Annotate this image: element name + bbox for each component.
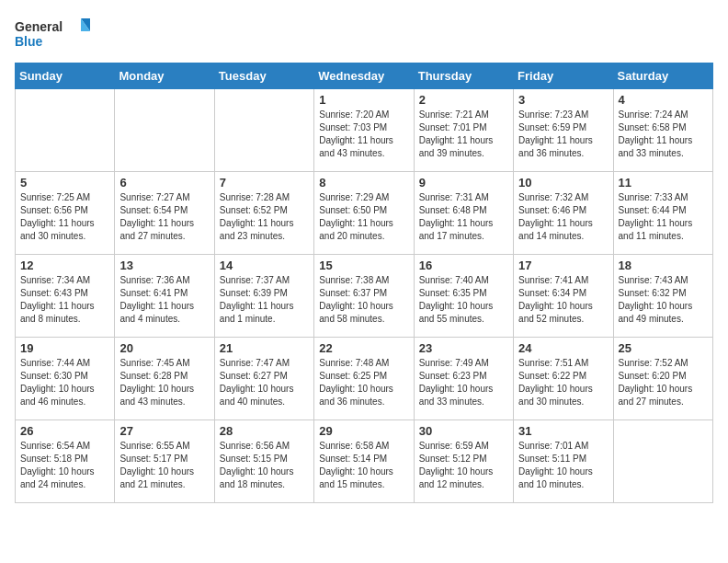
week-row-3: 12Sunrise: 7:34 AM Sunset: 6:43 PM Dayli… bbox=[16, 255, 713, 338]
calendar-cell: 27Sunrise: 6:55 AM Sunset: 5:17 PM Dayli… bbox=[115, 420, 214, 503]
calendar-cell: 16Sunrise: 7:40 AM Sunset: 6:35 PM Dayli… bbox=[414, 255, 513, 338]
col-header-tuesday: Tuesday bbox=[214, 63, 313, 89]
header-row: SundayMondayTuesdayWednesdayThursdayFrid… bbox=[16, 63, 713, 89]
calendar-table: SundayMondayTuesdayWednesdayThursdayFrid… bbox=[15, 63, 713, 503]
calendar-cell bbox=[115, 89, 214, 172]
day-info: Sunrise: 6:58 AM Sunset: 5:14 PM Dayligh… bbox=[319, 440, 408, 491]
col-header-saturday: Saturday bbox=[613, 63, 712, 89]
day-info: Sunrise: 7:47 AM Sunset: 6:27 PM Dayligh… bbox=[220, 357, 309, 408]
calendar-cell: 7Sunrise: 7:28 AM Sunset: 6:52 PM Daylig… bbox=[214, 172, 313, 255]
week-row-2: 5Sunrise: 7:25 AM Sunset: 6:56 PM Daylig… bbox=[16, 172, 713, 255]
day-info: Sunrise: 6:56 AM Sunset: 5:15 PM Dayligh… bbox=[220, 440, 309, 491]
calendar-cell: 1Sunrise: 7:20 AM Sunset: 7:03 PM Daylig… bbox=[314, 89, 414, 172]
calendar-cell: 29Sunrise: 6:58 AM Sunset: 5:14 PM Dayli… bbox=[314, 420, 414, 503]
day-info: Sunrise: 7:38 AM Sunset: 6:37 PM Dayligh… bbox=[319, 274, 408, 326]
calendar-cell bbox=[613, 420, 712, 503]
logo-svg: General Blue bbox=[15, 15, 97, 52]
day-number: 21 bbox=[220, 341, 309, 355]
day-number: 5 bbox=[20, 176, 109, 190]
calendar-cell: 14Sunrise: 7:37 AM Sunset: 6:39 PM Dayli… bbox=[214, 255, 313, 338]
day-info: Sunrise: 7:48 AM Sunset: 6:25 PM Dayligh… bbox=[319, 357, 408, 408]
day-number: 10 bbox=[518, 176, 608, 190]
col-header-wednesday: Wednesday bbox=[314, 63, 414, 89]
day-info: Sunrise: 7:45 AM Sunset: 6:28 PM Dayligh… bbox=[119, 357, 209, 408]
calendar-cell: 6Sunrise: 7:27 AM Sunset: 6:54 PM Daylig… bbox=[115, 172, 214, 255]
week-row-5: 26Sunrise: 6:54 AM Sunset: 5:18 PM Dayli… bbox=[16, 420, 713, 503]
day-info: Sunrise: 7:29 AM Sunset: 6:50 PM Dayligh… bbox=[319, 191, 408, 243]
calendar-cell: 18Sunrise: 7:43 AM Sunset: 6:32 PM Dayli… bbox=[613, 255, 712, 338]
page-header: General Blue bbox=[15, 15, 713, 52]
day-info: Sunrise: 6:55 AM Sunset: 5:17 PM Dayligh… bbox=[119, 440, 209, 491]
day-info: Sunrise: 7:20 AM Sunset: 7:03 PM Dayligh… bbox=[319, 109, 408, 160]
day-number: 2 bbox=[419, 93, 508, 107]
calendar-cell: 4Sunrise: 7:24 AM Sunset: 6:58 PM Daylig… bbox=[613, 89, 712, 172]
col-header-sunday: Sunday bbox=[16, 63, 115, 89]
calendar-cell: 20Sunrise: 7:45 AM Sunset: 6:28 PM Dayli… bbox=[115, 338, 214, 420]
calendar-cell: 19Sunrise: 7:44 AM Sunset: 6:30 PM Dayli… bbox=[16, 338, 115, 420]
day-number: 31 bbox=[518, 424, 608, 438]
day-info: Sunrise: 7:01 AM Sunset: 5:11 PM Dayligh… bbox=[518, 440, 608, 491]
day-number: 6 bbox=[119, 176, 209, 190]
day-number: 4 bbox=[619, 93, 708, 107]
day-number: 24 bbox=[518, 341, 608, 355]
day-number: 22 bbox=[319, 341, 408, 355]
calendar-cell: 5Sunrise: 7:25 AM Sunset: 6:56 PM Daylig… bbox=[16, 172, 115, 255]
calendar-cell: 24Sunrise: 7:51 AM Sunset: 6:22 PM Dayli… bbox=[514, 338, 613, 420]
calendar-cell: 3Sunrise: 7:23 AM Sunset: 6:59 PM Daylig… bbox=[514, 89, 613, 172]
calendar-cell: 12Sunrise: 7:34 AM Sunset: 6:43 PM Dayli… bbox=[16, 255, 115, 338]
day-info: Sunrise: 7:43 AM Sunset: 6:32 PM Dayligh… bbox=[619, 274, 708, 326]
calendar-cell: 11Sunrise: 7:33 AM Sunset: 6:44 PM Dayli… bbox=[613, 172, 712, 255]
day-number: 28 bbox=[220, 424, 309, 438]
day-info: Sunrise: 7:52 AM Sunset: 6:20 PM Dayligh… bbox=[619, 357, 708, 408]
day-number: 17 bbox=[518, 259, 608, 272]
col-header-friday: Friday bbox=[514, 63, 613, 89]
day-info: Sunrise: 6:59 AM Sunset: 5:12 PM Dayligh… bbox=[419, 440, 508, 491]
svg-text:General: General bbox=[15, 19, 63, 34]
day-info: Sunrise: 7:37 AM Sunset: 6:39 PM Dayligh… bbox=[220, 274, 309, 326]
calendar-cell: 17Sunrise: 7:41 AM Sunset: 6:34 PM Dayli… bbox=[514, 255, 613, 338]
week-row-1: 1Sunrise: 7:20 AM Sunset: 7:03 PM Daylig… bbox=[16, 89, 713, 172]
svg-text:Blue: Blue bbox=[15, 34, 43, 49]
day-info: Sunrise: 7:40 AM Sunset: 6:35 PM Dayligh… bbox=[419, 274, 508, 326]
calendar-cell: 22Sunrise: 7:48 AM Sunset: 6:25 PM Dayli… bbox=[314, 338, 414, 420]
day-number: 23 bbox=[419, 341, 508, 355]
day-number: 7 bbox=[220, 176, 309, 190]
day-number: 20 bbox=[119, 341, 209, 355]
calendar-cell: 26Sunrise: 6:54 AM Sunset: 5:18 PM Dayli… bbox=[16, 420, 115, 503]
day-number: 25 bbox=[619, 341, 708, 355]
day-info: Sunrise: 7:33 AM Sunset: 6:44 PM Dayligh… bbox=[619, 191, 708, 243]
calendar-cell: 25Sunrise: 7:52 AM Sunset: 6:20 PM Dayli… bbox=[613, 338, 712, 420]
day-info: Sunrise: 7:25 AM Sunset: 6:56 PM Dayligh… bbox=[20, 191, 109, 243]
day-info: Sunrise: 7:51 AM Sunset: 6:22 PM Dayligh… bbox=[518, 357, 608, 408]
calendar-cell: 23Sunrise: 7:49 AM Sunset: 6:23 PM Dayli… bbox=[414, 338, 513, 420]
day-number: 3 bbox=[518, 93, 608, 107]
day-info: Sunrise: 7:21 AM Sunset: 7:01 PM Dayligh… bbox=[419, 109, 508, 160]
day-info: Sunrise: 7:24 AM Sunset: 6:58 PM Dayligh… bbox=[619, 109, 708, 160]
day-info: Sunrise: 7:41 AM Sunset: 6:34 PM Dayligh… bbox=[518, 274, 608, 326]
day-number: 19 bbox=[20, 341, 109, 355]
day-number: 1 bbox=[319, 93, 408, 107]
col-header-thursday: Thursday bbox=[414, 63, 513, 89]
day-info: Sunrise: 7:23 AM Sunset: 6:59 PM Dayligh… bbox=[518, 109, 608, 160]
calendar-cell: 10Sunrise: 7:32 AM Sunset: 6:46 PM Dayli… bbox=[514, 172, 613, 255]
calendar-cell: 13Sunrise: 7:36 AM Sunset: 6:41 PM Dayli… bbox=[115, 255, 214, 338]
day-info: Sunrise: 7:44 AM Sunset: 6:30 PM Dayligh… bbox=[20, 357, 109, 408]
day-number: 18 bbox=[619, 259, 708, 272]
day-number: 30 bbox=[419, 424, 508, 438]
calendar-cell: 2Sunrise: 7:21 AM Sunset: 7:01 PM Daylig… bbox=[414, 89, 513, 172]
calendar-cell bbox=[214, 89, 313, 172]
day-number: 16 bbox=[419, 259, 508, 272]
calendar-cell: 15Sunrise: 7:38 AM Sunset: 6:37 PM Dayli… bbox=[314, 255, 414, 338]
calendar-cell: 9Sunrise: 7:31 AM Sunset: 6:48 PM Daylig… bbox=[414, 172, 513, 255]
day-number: 9 bbox=[419, 176, 508, 190]
calendar-cell: 28Sunrise: 6:56 AM Sunset: 5:15 PM Dayli… bbox=[214, 420, 313, 503]
calendar-cell: 30Sunrise: 6:59 AM Sunset: 5:12 PM Dayli… bbox=[414, 420, 513, 503]
day-info: Sunrise: 7:27 AM Sunset: 6:54 PM Dayligh… bbox=[119, 191, 209, 243]
day-number: 8 bbox=[319, 176, 408, 190]
day-number: 15 bbox=[319, 259, 408, 272]
day-info: Sunrise: 7:36 AM Sunset: 6:41 PM Dayligh… bbox=[119, 274, 209, 326]
day-info: Sunrise: 7:31 AM Sunset: 6:48 PM Dayligh… bbox=[419, 191, 508, 243]
day-info: Sunrise: 7:28 AM Sunset: 6:52 PM Dayligh… bbox=[220, 191, 309, 243]
week-row-4: 19Sunrise: 7:44 AM Sunset: 6:30 PM Dayli… bbox=[16, 338, 713, 420]
day-number: 26 bbox=[20, 424, 109, 438]
